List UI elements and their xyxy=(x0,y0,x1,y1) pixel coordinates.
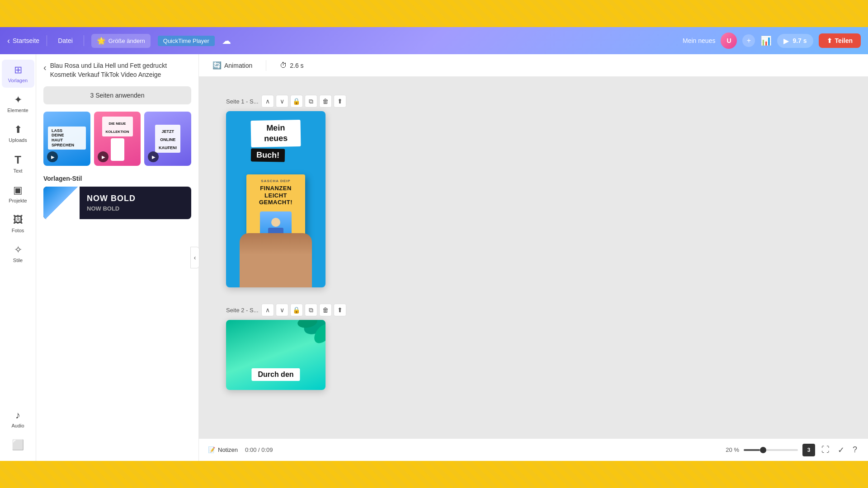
user-avatar[interactable]: U xyxy=(721,33,737,49)
toolbar-divider-1 xyxy=(47,35,47,46)
play-button[interactable]: ▶ 9.7 s xyxy=(777,34,813,48)
notes-label: Notizen xyxy=(218,446,238,453)
help-button[interactable]: ? xyxy=(851,443,859,456)
zoom-slider-thumb[interactable] xyxy=(760,447,766,453)
svg-point-0 xyxy=(271,218,280,227)
zoom-slider-fill xyxy=(744,449,760,451)
animation-button[interactable]: 🔄 Animation xyxy=(208,58,257,72)
play-overlay-2: ▶ xyxy=(98,151,108,162)
text-icon: T xyxy=(14,154,21,166)
sidebar-item-projekte[interactable]: ▣ Projekte xyxy=(2,180,34,208)
slide-1-text-box-1: Mein neues xyxy=(250,120,301,147)
page-2-delete[interactable]: 🗑 xyxy=(319,304,332,316)
sidebar-item-elemente[interactable]: ✦ Elemente xyxy=(2,89,34,117)
page-2-move-up[interactable]: ∧ xyxy=(261,304,274,316)
uploads-icon: ⬆ xyxy=(14,124,22,136)
page-count-badge: 3 xyxy=(802,444,815,456)
clock-icon: ⏱ xyxy=(280,61,287,70)
sidebar-item-audio[interactable]: ♪ Audio xyxy=(2,405,34,433)
style-card[interactable]: NOW BOLD NOW BOLD xyxy=(43,187,191,219)
timing-label: 2.6 s xyxy=(290,62,303,69)
project-title: Mein neues xyxy=(683,37,715,44)
page-1-move-down[interactable]: ∨ xyxy=(276,95,288,108)
audio-label: Audio xyxy=(11,423,24,428)
sidebar-item-more[interactable]: ⬜ xyxy=(2,435,34,455)
template-thumb-3[interactable]: JETZTONLINEKAUFEN! ▶ xyxy=(144,112,191,166)
back-to-home-button[interactable]: ‹ Startseite xyxy=(7,36,39,46)
top-decorative-stripe xyxy=(0,0,868,27)
time-total: 0:09 xyxy=(261,446,273,453)
avatar-initial: U xyxy=(726,37,731,44)
sidebar-item-vorlagen[interactable]: ⊞ Vorlagen xyxy=(2,60,34,88)
style-sub-label: NOW BOLD xyxy=(87,205,136,212)
collapse-panel-button[interactable]: ‹ xyxy=(190,247,199,268)
add-collaborator-button[interactable]: + xyxy=(742,34,755,47)
animation-label: Animation xyxy=(224,62,252,69)
analytics-icon[interactable]: 📊 xyxy=(760,35,772,46)
panel-back-button[interactable]: ‹ xyxy=(43,62,47,73)
page-1-move-up[interactable]: ∧ xyxy=(261,95,274,108)
slide-2-canvas[interactable]: Durch den xyxy=(226,320,326,390)
resize-button[interactable]: 🌟 Größe ändern xyxy=(91,34,151,48)
sub-toolbar: 🔄 Animation ⏱ 2.6 s xyxy=(199,54,868,77)
stile-label: Stile xyxy=(13,258,23,263)
page-1-share[interactable]: ⬆ xyxy=(334,95,346,108)
sidebar: ⊞ Vorlagen ✦ Elemente ⬆ Uploads T Text ▣… xyxy=(0,54,36,461)
slide-1-book-area: SASCHA DEIP FINANZEN LEICHT GEMACHT! xyxy=(235,161,316,287)
elemente-label: Elemente xyxy=(7,108,28,113)
template-name: Blau Rosa und Lila Hell und Fett gedruck… xyxy=(50,61,191,79)
play-triangle-icon: ▶ xyxy=(51,155,55,160)
template-thumb-1[interactable]: LASSDEINEHAUTSPRECHEN ▶ xyxy=(43,112,90,166)
page-1-delete[interactable]: 🗑 xyxy=(319,95,332,108)
timing-button[interactable]: ⏱ 2.6 s xyxy=(275,59,308,72)
sidebar-item-text[interactable]: T Text xyxy=(2,149,34,178)
share-icon: ⬆ xyxy=(827,37,832,44)
bottom-bar: 📝 Notizen 0:00 / 0:09 20 % 3 ⛶ ✓ xyxy=(199,438,868,461)
time-current: 0:00 xyxy=(245,446,256,453)
page-2-move-down[interactable]: ∨ xyxy=(276,304,288,316)
page-1-lock[interactable]: 🔒 xyxy=(290,95,303,108)
quicktime-badge: QuickTime Player xyxy=(158,36,215,46)
page-1-duplicate[interactable]: ⧉ xyxy=(305,95,317,108)
sidebar-item-stile[interactable]: ✧ Stile xyxy=(2,239,34,267)
share-button[interactable]: ⬆ Teilen xyxy=(819,33,861,48)
template-thumb-2[interactable]: DIE NEUEKOLLEKTION ▶ xyxy=(94,112,141,166)
more-icon: ⬜ xyxy=(12,439,24,451)
animation-icon: 🔄 xyxy=(212,61,222,70)
projekte-icon: ▣ xyxy=(13,184,23,196)
check-button[interactable]: ✓ xyxy=(836,443,846,457)
fotos-icon: 🖼 xyxy=(13,214,23,226)
stile-icon: ✧ xyxy=(14,244,22,256)
slide-1-headline-2: Buch! xyxy=(256,150,279,160)
slide-1-text-box-2: Buch! xyxy=(251,148,285,162)
page-1-label: Seite 1 - S... xyxy=(226,98,259,105)
sub-toolbar-divider xyxy=(266,60,266,71)
page-2-header: Seite 2 - S... ∧ ∨ 🔒 ⧉ 🗑 ⬆ xyxy=(226,304,841,316)
notes-icon: 📝 xyxy=(208,446,215,453)
template-panel: ‹ Blau Rosa und Lila Hell und Fett gedru… xyxy=(36,54,199,461)
fotos-label: Fotos xyxy=(12,228,24,233)
file-menu-button[interactable]: Datei xyxy=(54,35,76,46)
apply-pages-button[interactable]: 3 Seiten anwenden xyxy=(43,86,191,104)
page-2-share[interactable]: ⬆ xyxy=(334,304,346,316)
notes-button[interactable]: 📝 Notizen xyxy=(208,446,238,453)
home-label: Startseite xyxy=(13,37,39,44)
main-toolbar: ‹ Startseite Datei 🌟 Größe ändern QuickT… xyxy=(0,27,868,54)
sidebar-item-fotos[interactable]: 🖼 Fotos xyxy=(2,210,34,238)
resize-label: Größe ändern xyxy=(108,38,145,44)
play-time-label: 9.7 s xyxy=(793,37,807,44)
toolbar-divider-2 xyxy=(84,35,84,46)
cloud-upload-icon[interactable]: ☁ xyxy=(222,35,231,46)
text-label: Text xyxy=(13,168,22,174)
slide-1-canvas[interactable]: Mein neues Buch! xyxy=(226,111,326,287)
play-triangle-icon-2: ▶ xyxy=(102,155,105,160)
slide-1-hand xyxy=(240,233,312,287)
projekte-label: Projekte xyxy=(9,198,27,203)
fullscreen-button[interactable]: ⛶ xyxy=(820,443,831,456)
star-icon: 🌟 xyxy=(97,37,106,45)
sidebar-item-uploads[interactable]: ⬆ Uploads xyxy=(2,119,34,147)
page-2-duplicate[interactable]: ⧉ xyxy=(305,304,317,316)
elemente-icon: ✦ xyxy=(14,94,22,106)
play-triangle-icon-3: ▶ xyxy=(152,155,156,160)
page-2-lock[interactable]: 🔒 xyxy=(290,304,303,316)
